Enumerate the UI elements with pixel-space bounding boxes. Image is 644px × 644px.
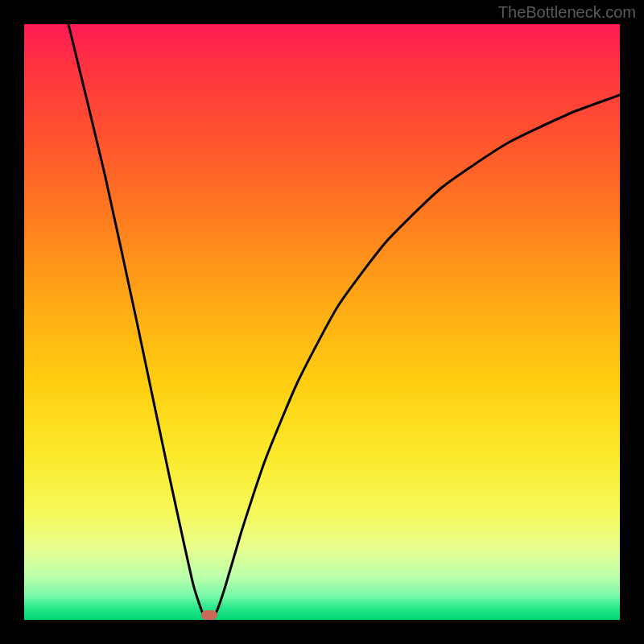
attribution-text: TheBottleneck.com <box>498 3 636 22</box>
chart-frame: TheBottleneck.com <box>0 0 644 644</box>
optimal-point-marker <box>201 610 217 620</box>
plot-area <box>24 24 620 620</box>
bottleneck-curve <box>24 24 620 620</box>
